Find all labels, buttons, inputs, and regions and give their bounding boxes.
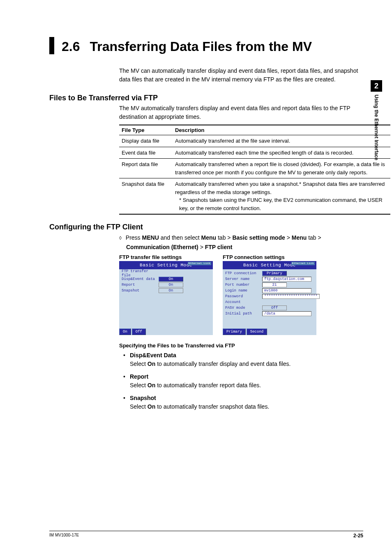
footer-on-button: On [119,328,131,335]
cell-desc: Automatically transferred when a report … [173,159,390,178]
section-heading-config: Configuring the FTP Client [49,223,363,231]
value-port: 21 [262,282,287,287]
bullet-label: Disp&Event Data [130,351,176,360]
cell-filetype: Report data file [119,159,173,178]
menu-navigation: ◊ Press MENU and then select Menu tab > … [119,233,363,252]
bullet-label: Report [130,372,148,381]
doc-id: IM MV1000-17E [49,533,79,539]
page: 2 Using the Ethernet Interface 2.6 Trans… [0,0,392,555]
bullet-label: Snapshot [130,394,156,402]
screen-header: Basic Setting Mode Ethernet Link [223,261,316,269]
value-report: On [159,282,183,287]
screen-title-right: FTP connection settings [223,254,316,260]
screen-block-left: FTP transfer file settings Basic Setting… [119,254,213,335]
ethernet-link-badge-icon: Ethernet Link [291,262,315,265]
table-row: Snapshot data file Automatically transfe… [119,178,390,215]
screen-title-left: FTP transfer file settings [119,254,213,260]
label-server-name: Server name [225,277,262,281]
label-port: Port number [225,283,262,287]
title-accent-bar [49,37,54,54]
nav-menu-key: MENU [142,234,159,241]
cell-desc: Automatically transferred each time the … [173,147,390,159]
bullet-snapshot: •Snapshot Select On to automatically tra… [123,394,363,411]
value-server-name: ftp.daqstation.com [262,277,311,282]
table-row: Display data file Automatically transfer… [119,135,390,147]
screen-header: Basic Setting Mode Ethernet Link [119,261,213,269]
bullet-icon: • [123,394,130,402]
label-dispevent: Disp&Event data [122,277,159,281]
bullet-dispevent: •Disp&Event Data Select On to automatica… [123,351,363,368]
field-heading: FTP transfer file [122,269,159,278]
value-ftp-connection: Primary [262,271,287,276]
table-row: Report data file Automatically transferr… [119,159,390,178]
nav-comm-ethernet: Communication (Ethernet) [126,244,198,250]
footer-second-button: Second [247,328,267,335]
screen-block-right: FTP connection settings Basic Setting Mo… [223,254,316,335]
value-snapshot: On [159,288,183,293]
label-account: Account [225,300,262,304]
nav-menu-tab: Menu [201,234,217,241]
label-password: Password [225,294,262,298]
value-pasv: Off [262,305,287,310]
screen-footer: Primary Second [223,328,316,335]
page-number: 2-25 [353,533,363,539]
value-initial-path: /data [262,311,311,316]
cell-filetype: Event data file [119,147,173,159]
value-password: ************************ [262,294,320,299]
screen-header-text: Basic Setting Mode [140,263,192,268]
section-files-intro: The MV automatically transfers display a… [119,104,363,121]
bullet-icon: • [123,372,130,381]
label-initial-path: Initial path [225,312,262,316]
footer-primary-button: Primary [223,328,246,335]
label-report: Report [122,283,159,287]
screenshots-row: FTP transfer file settings Basic Setting… [119,254,363,335]
screen-body: FTP transfer file Disp&Event dataOn Repo… [119,269,213,295]
cell-desc-main: Automatically transferred when you take … [175,181,385,195]
screen-right: Basic Setting Mode Ethernet Link FTP con… [223,261,316,335]
nav-basic-setting: Basic setting mode [232,234,285,241]
nav-ftp-client: FTP client [205,244,233,250]
nav-press: Press [126,234,142,241]
cell-filetype: Display data file [119,135,173,147]
chapter-side-label: Using the Ethernet Interface [371,95,382,181]
label-ftp-connection: FTP connection [225,271,262,275]
bullet-desc: Select On to automatically transfer disp… [130,360,363,368]
table-row: Event data file Automatically transferre… [119,147,390,159]
th-file-type: File Type [119,125,173,135]
intro-paragraph: The MV can automatically transfer displa… [119,67,363,84]
cell-desc-note: * Snapshots taken using the FUNC key, th… [175,196,388,212]
page-title-row: 2.6 Transferring Data Files from the MV [49,37,363,54]
bullet-desc: Select On to automatically transfer snap… [130,402,363,411]
cell-desc: Automatically transferred at the file sa… [173,135,390,147]
file-type-table: File Type Description Display data file … [119,125,390,215]
label-pasv: PASV mode [225,306,262,310]
diamond-icon: ◊ [119,235,122,241]
th-description: Description [173,125,390,135]
page-title: Transferring Data Files from the MV [90,37,312,54]
section-number: 2.6 [62,37,80,54]
screen-left: Basic Setting Mode Ethernet Link FTP tra… [119,261,213,335]
screen-footer: On Off [119,328,213,335]
bullet-icon: • [123,351,130,360]
label-login: Login name [225,289,262,293]
cell-desc: Automatically transferred when you take … [173,178,390,215]
screen-header-text: Basic Setting Mode [243,263,296,268]
label-snapshot: Snapshot [122,289,159,293]
screen-body: FTP connectionPrimary Server nameftp.daq… [223,269,316,318]
spec-heading: Specifying the Files to be Transferred v… [119,342,363,349]
section-heading-files: Files to Be Transferred via FTP [49,94,363,102]
ethernet-link-badge-icon: Ethernet Link [188,262,211,265]
cell-filetype: Snapshot data file [119,178,173,215]
bullet-desc: Select On to automatically transfer repo… [130,381,363,390]
chapter-tab: 2 [371,80,382,92]
bullet-report: •Report Select On to automatically trans… [123,372,363,390]
nav-menu-tab2: Menu [292,234,307,241]
value-login: mv1000 [262,288,311,293]
page-footer: IM MV1000-17E 2-25 [49,531,363,539]
footer-off-button: Off [132,328,146,335]
value-dispevent: On [159,277,183,282]
